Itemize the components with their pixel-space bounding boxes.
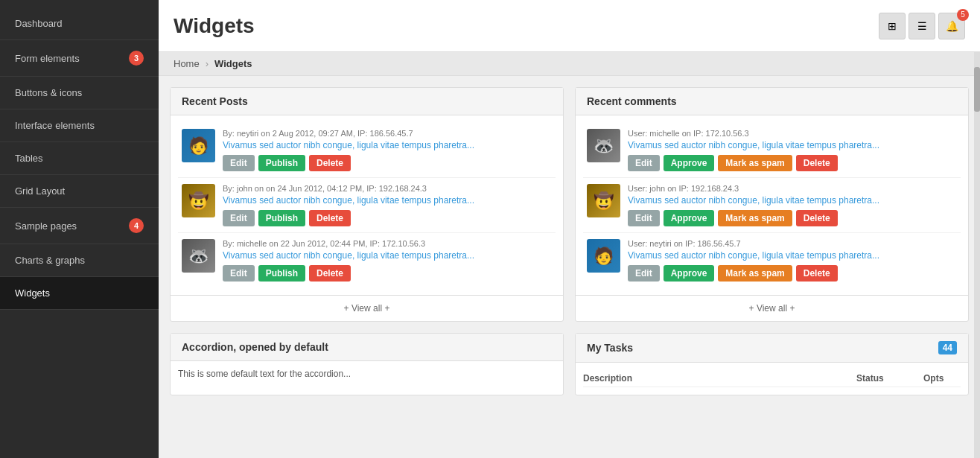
sidebar-item-grid-layout[interactable]: Grid Layout (0, 175, 159, 208)
tasks-col-description: Description (583, 373, 849, 384)
scrollbar-track[interactable] (974, 52, 980, 458)
breadcrumb-home[interactable]: Home (174, 58, 200, 69)
avatar: 🤠 (182, 184, 215, 217)
mark-spam-button[interactable]: Mark as spam (718, 265, 792, 282)
post-actions: Edit Publish Delete (223, 155, 552, 171)
recent-comments-panel: Recent comments 🦝 User: michelle on IP: … (575, 87, 969, 322)
content-area: Recent Posts 🧑 By: neytiri on 2 Aug 2012… (159, 76, 980, 458)
notification-badge: 5 (957, 9, 969, 21)
sidebar-item-label: Interface elements (15, 120, 95, 131)
main-content: Widgets ⊞ ☰ 🔔 5 Home › Widgets Recent (159, 0, 980, 458)
notification-icon: 🔔 (946, 20, 958, 32)
avatar-icon: 🧑 (594, 248, 614, 264)
sidebar-item-label: Buttons & icons (15, 87, 82, 98)
delete-button[interactable]: Delete (796, 210, 838, 226)
publish-button[interactable]: Publish (258, 155, 305, 171)
post-meta: By: michelle on 22 Jun 2012, 02:44 PM, I… (223, 239, 552, 248)
delete-button[interactable]: Delete (796, 265, 838, 282)
header-icons: ⊞ ☰ 🔔 5 (879, 13, 965, 39)
post-link[interactable]: Vivamus sed auctor nibh congue, ligula v… (223, 250, 552, 261)
recent-posts-panel: Recent Posts 🧑 By: neytiri on 2 Aug 2012… (170, 87, 564, 322)
accordion-title: Accordion, opened by default (182, 341, 328, 353)
edit-button[interactable]: Edit (223, 265, 255, 282)
comment-link[interactable]: Vivamus sed auctor nibh congue, ligula v… (628, 140, 957, 150)
my-tasks-panel: My Tasks 44 Description Status Opts (575, 333, 969, 395)
sidebar-item-form-elements[interactable]: Form elements 3 (0, 40, 159, 77)
header-icon-btn-notification[interactable]: 🔔 5 (938, 13, 965, 39)
view-all-comments[interactable]: + View all + (576, 295, 968, 321)
approve-button[interactable]: Approve (664, 210, 715, 226)
edit-button[interactable]: Edit (628, 265, 660, 282)
accordion-header[interactable]: Accordion, opened by default (171, 334, 563, 361)
recent-comments-header: Recent comments (576, 88, 968, 115)
post-meta: By: neytiri on 2 Aug 2012, 09:27 AM, IP:… (223, 129, 552, 138)
sidebar-item-label: Sample pages (15, 220, 77, 232)
breadcrumb: Home › Widgets (159, 52, 980, 76)
comment-actions: Edit Approve Mark as spam Delete (628, 155, 957, 171)
comment-meta: User: michelle on IP: 172.10.56.3 (628, 129, 957, 138)
avatar: 🧑 (587, 239, 620, 273)
page-title: Widgets (174, 14, 255, 38)
mark-spam-button[interactable]: Mark as spam (718, 210, 792, 226)
edit-button[interactable]: Edit (628, 210, 660, 226)
avatar-icon: 🤠 (594, 193, 614, 209)
comment-meta: User: john on IP: 192.168.24.3 (628, 184, 957, 193)
sidebar-item-dashboard[interactable]: Dashboard (0, 7, 159, 40)
my-tasks-badge: 44 (938, 341, 957, 354)
comment-item: 🦝 User: michelle on IP: 172.10.56.3 Viva… (583, 123, 961, 178)
header: Widgets ⊞ ☰ 🔔 5 (159, 0, 980, 52)
edit-button[interactable]: Edit (223, 155, 255, 171)
edit-button[interactable]: Edit (223, 210, 255, 226)
delete-button[interactable]: Delete (309, 265, 351, 282)
sidebar: Dashboard Form elements 3 Buttons & icon… (0, 0, 159, 458)
sidebar-item-tables[interactable]: Tables (0, 142, 159, 175)
view-all-posts[interactable]: + View all + (171, 295, 563, 321)
sidebar-item-label: Charts & graphs (15, 255, 85, 266)
sidebar-item-widgets[interactable]: Widgets (0, 277, 159, 310)
post-link[interactable]: Vivamus sed auctor nibh congue, ligula v… (223, 140, 552, 150)
sidebar-item-buttons-icons[interactable]: Buttons & icons (0, 77, 159, 109)
tasks-col-opts: Opts (923, 373, 961, 384)
breadcrumb-widgets: Widgets (214, 58, 252, 69)
post-item: 🦝 By: michelle on 22 Jun 2012, 02:44 PM,… (178, 233, 556, 287)
header-icon-btn-1[interactable]: ⊞ (879, 13, 906, 39)
widgets-row-bottom: Accordion, opened by default This is som… (170, 333, 969, 395)
grid-icon: ⊞ (888, 20, 897, 32)
approve-button[interactable]: Approve (664, 155, 715, 171)
my-tasks-body: Description Status Opts (576, 363, 968, 395)
sidebar-badge-sample: 4 (129, 218, 144, 233)
post-link[interactable]: Vivamus sed auctor nibh congue, ligula v… (223, 195, 552, 206)
my-tasks-header: My Tasks 44 (576, 334, 968, 363)
avatar: 🧑 (182, 129, 215, 162)
publish-button[interactable]: Publish (258, 265, 305, 282)
delete-button[interactable]: Delete (309, 155, 351, 171)
comment-item: 🤠 User: john on IP: 192.168.24.3 Vivamus… (583, 178, 961, 233)
approve-button[interactable]: Approve (664, 265, 715, 282)
header-icon-btn-2[interactable]: ☰ (909, 13, 935, 39)
post-actions: Edit Publish Delete (223, 265, 552, 282)
list-icon: ☰ (917, 20, 927, 32)
comment-link[interactable]: Vivamus sed auctor nibh congue, ligula v… (628, 195, 957, 206)
recent-comments-body: 🦝 User: michelle on IP: 172.10.56.3 Viva… (576, 115, 968, 295)
post-meta: By: john on on 24 Jun 2012, 04:12 PM, IP… (223, 184, 552, 193)
scrollbar-thumb[interactable] (974, 67, 980, 112)
avatar-icon: 🤠 (188, 193, 209, 209)
avatar-icon: 🧑 (188, 138, 209, 154)
accordion-panel: Accordion, opened by default This is som… (170, 333, 564, 395)
delete-button[interactable]: Delete (309, 210, 351, 226)
sidebar-item-label: Dashboard (15, 18, 63, 29)
publish-button[interactable]: Publish (258, 210, 305, 226)
edit-button[interactable]: Edit (628, 155, 660, 171)
post-item: 🧑 By: neytiri on 2 Aug 2012, 09:27 AM, I… (178, 123, 556, 178)
sidebar-item-charts-graphs[interactable]: Charts & graphs (0, 244, 159, 277)
tasks-col-status: Status (856, 373, 916, 384)
comment-actions: Edit Approve Mark as spam Delete (628, 265, 957, 282)
post-info: By: michelle on 22 Jun 2012, 02:44 PM, I… (223, 239, 552, 282)
mark-spam-button[interactable]: Mark as spam (718, 155, 792, 171)
sidebar-item-interface-elements[interactable]: Interface elements (0, 109, 159, 142)
post-info: By: john on on 24 Jun 2012, 04:12 PM, IP… (223, 184, 552, 226)
sidebar-item-sample-pages[interactable]: Sample pages 4 (0, 208, 159, 244)
delete-button[interactable]: Delete (796, 155, 838, 171)
my-tasks-title: My Tasks (587, 342, 633, 354)
comment-link[interactable]: Vivamus sed auctor nibh congue, ligula v… (628, 250, 957, 261)
